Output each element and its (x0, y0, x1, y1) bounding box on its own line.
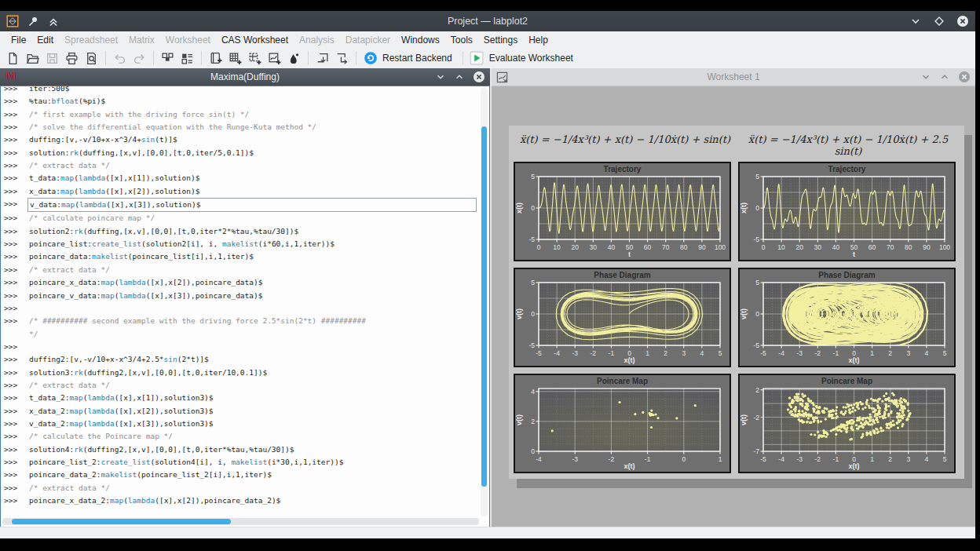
console-prompt: >>> (4, 159, 29, 172)
evaluate-worksheet-button[interactable] (467, 49, 487, 68)
new-matrix-button[interactable] (245, 49, 265, 68)
console-prompt: >>> (4, 482, 29, 494)
svg-text:-5: -5 (528, 341, 535, 349)
console-line: >>>duffing2:[v,-v/10+x-x^3/4+2.5*sin(2*t… (4, 353, 478, 366)
console-code: poincare_data:makelist(poincare_list[i],… (29, 250, 478, 263)
maximize-icon[interactable] (933, 15, 945, 27)
menu-item-cas-worksheet[interactable]: CAS Worksheet (216, 33, 294, 47)
panel-restore-icon[interactable] (454, 71, 465, 82)
console-line: >>>x_data:map(lambda([x],x[2]),solution)… (4, 185, 478, 198)
plot-trajectory[interactable]: Trajectory0102030405060708090100-505tx(t… (738, 162, 956, 261)
panel-close-icon[interactable] (473, 71, 485, 83)
toolbar-separator (153, 51, 154, 65)
maxima-console[interactable]: >>>iter:500$>>>%tau:bfloat(%pi)$>>>/* fi… (0, 86, 490, 527)
worksheet-panel-titlebar[interactable]: Worksheet 1 (492, 68, 975, 86)
new-worksheet-button[interactable] (265, 49, 284, 68)
import-button[interactable] (313, 49, 332, 68)
console-prompt: >>> (4, 108, 29, 121)
console-code: t_data:map(lambda([x],x[1]),solution)$ (29, 172, 478, 184)
panel-restore-icon[interactable] (939, 71, 950, 82)
svg-text:30: 30 (590, 243, 598, 251)
worksheet-panel: Worksheet 1 ẍ(t) = −1/4x³(t) + x(t) − 1/… (492, 68, 975, 527)
console-prompt: >>> (4, 302, 29, 315)
print-button[interactable] (62, 49, 82, 68)
menu-item-edit[interactable]: Edit (31, 33, 59, 47)
plot-trajectory[interactable]: Trajectory0102030405060708090100-505tx(t… (514, 162, 731, 261)
svg-text:-5: -5 (760, 455, 766, 463)
undo-icon (113, 52, 126, 65)
svg-text:5: 5 (719, 349, 722, 357)
scrollbar-thumb[interactable] (12, 519, 231, 524)
evaluate-worksheet-label[interactable]: Evaluate Worksheet (489, 53, 573, 64)
console-prompt: >>> (4, 469, 29, 481)
svg-text:-3: -3 (796, 349, 803, 357)
menu-item-windows[interactable]: Windows (396, 33, 445, 47)
svg-text:1: 1 (870, 455, 874, 463)
new-project-button[interactable] (3, 49, 23, 68)
svg-text:-2: -2 (591, 349, 597, 357)
close-icon[interactable] (956, 15, 969, 27)
console-line: >>>/* extract data */ (4, 264, 478, 276)
panel-minimize-icon[interactable] (435, 71, 446, 82)
console-line: >>>/* ########## second example with the… (4, 315, 478, 327)
restart-backend-button[interactable] (360, 49, 380, 68)
console-code: /* extract data */ (29, 482, 478, 494)
scrollbar-thumb[interactable] (481, 126, 487, 487)
menu-item-tools[interactable]: Tools (445, 33, 478, 47)
svg-text:v(t): v(t) (740, 308, 748, 319)
svg-text:x(t): x(t) (624, 356, 635, 364)
plot-poincare-map[interactable]: Poincare Map-4-3-2-101024x(t)v(t) (514, 374, 731, 473)
console-horizontal-scrollbar[interactable] (2, 518, 479, 525)
svg-text:-4: -4 (778, 349, 784, 357)
restart-backend-label[interactable]: Restart Backend (382, 53, 452, 64)
new-document-icon (6, 52, 20, 65)
panel-minimize-icon[interactable] (920, 71, 931, 82)
svg-text:40: 40 (608, 243, 616, 251)
console-line: >>>%tau:bfloat(%pi)$ (4, 95, 478, 108)
plot-canvas: 0102030405060708090100-505tx(t) (740, 174, 951, 258)
menu-item-help[interactable]: Help (523, 33, 554, 47)
svg-text:t: t (628, 250, 631, 258)
svg-text:5: 5 (943, 455, 947, 463)
console-vertical-scrollbar[interactable] (481, 88, 488, 516)
svg-text:60: 60 (868, 243, 876, 251)
plot-phase-diagram[interactable]: Phase Diagram-5-4-3-2-1012345-505x(t)v(t… (738, 268, 956, 367)
panel-close-icon[interactable] (958, 71, 971, 83)
minimize-icon[interactable] (909, 15, 922, 27)
console-code: solution:rk(duffing,[x,v],[0,0],[t,0,ite… (29, 147, 478, 159)
new-cas-worksheet-button[interactable] (206, 49, 225, 68)
screen: Project — labplot2 FileEditSpreadsheetMa… (0, 0, 980, 551)
redo-button[interactable] (130, 49, 149, 68)
console-code: /* extract data */ (29, 264, 478, 276)
worksheet-view[interactable]: ẍ(t) = −1/4x³(t) + x(t) − 1/10ẋ(t) + sin… (492, 86, 975, 527)
svg-text:2: 2 (888, 455, 892, 463)
plot-phase-diagram[interactable]: Phase Diagram-5-4-3-2-1012345-505x(t)v(t… (514, 268, 731, 367)
svg-text:50: 50 (626, 243, 634, 251)
console-code (29, 341, 478, 353)
project-explorer-icon (161, 52, 174, 65)
plot-poincare-map[interactable]: Poincare Map-5-4-3-2-10123452-2-7x(t)v(t… (738, 374, 956, 473)
export-button[interactable] (332, 49, 352, 68)
console-prompt: >>> (4, 198, 29, 212)
new-spreadsheet-button[interactable] (225, 49, 245, 68)
properties-explorer-button[interactable] (177, 49, 197, 68)
save-button[interactable] (42, 49, 62, 68)
maxima-panel-title: Maxima(Duffing) (0, 71, 490, 82)
svg-text:60: 60 (644, 243, 652, 251)
evaluate-worksheet-icon (470, 51, 484, 65)
console-code: /* calculate the Poincare map */ (29, 430, 478, 443)
keep-above-icon[interactable] (47, 15, 60, 27)
console-line: >>>/* calculate poincare map */ (4, 212, 478, 224)
menu-item-file[interactable]: File (5, 33, 31, 47)
project-explorer-button[interactable] (158, 49, 177, 68)
svg-text:1: 1 (719, 455, 722, 463)
color-scheme-button[interactable] (284, 49, 304, 68)
svg-text:1: 1 (645, 349, 649, 357)
menu-item-settings[interactable]: Settings (478, 33, 523, 47)
open-project-button[interactable] (23, 49, 42, 68)
svg-text:90: 90 (698, 243, 706, 251)
maxima-panel-titlebar[interactable]: M Maxima(Duffing) (0, 68, 490, 86)
pin-icon[interactable] (27, 15, 39, 27)
undo-button[interactable] (110, 49, 130, 68)
print-preview-button[interactable] (82, 49, 101, 68)
